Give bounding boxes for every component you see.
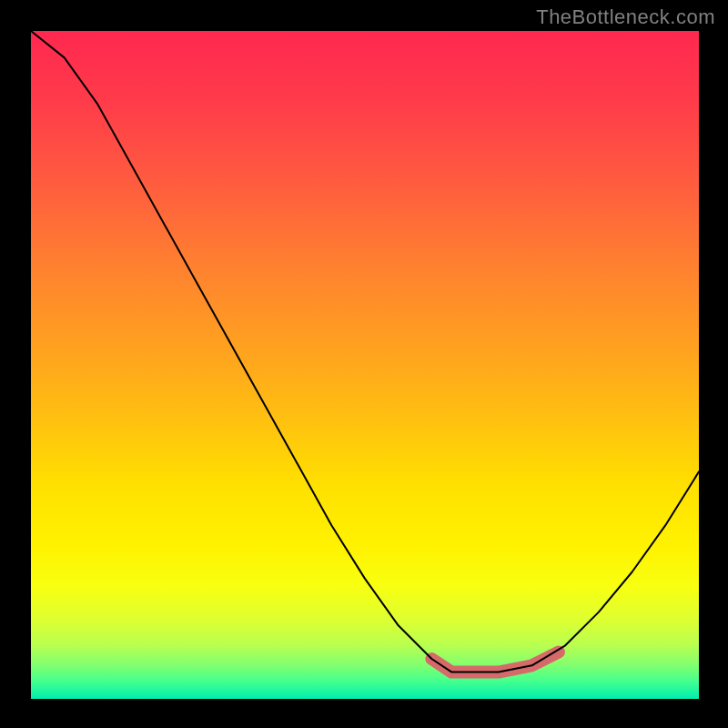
chart-container: TheBottleneck.com [0, 0, 728, 728]
curve-layer [31, 31, 699, 699]
highlight-segment [431, 652, 559, 672]
watermark-text: TheBottleneck.com [536, 5, 715, 29]
plot-area [31, 31, 699, 699]
main-curve [31, 31, 699, 672]
